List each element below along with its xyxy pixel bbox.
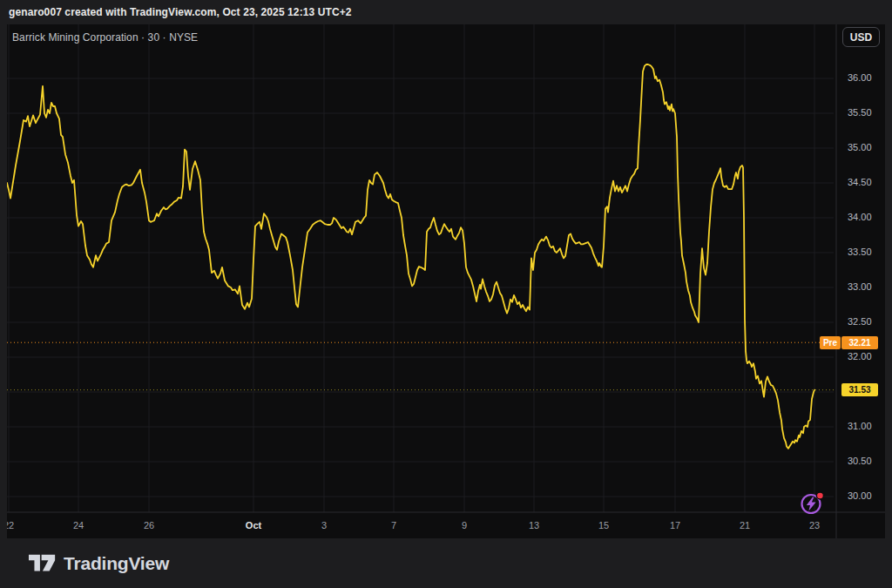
notification-dot <box>816 492 823 499</box>
price-axis[interactable]: 36.0035.5035.0034.5034.0033.5033.0032.50… <box>841 24 885 512</box>
symbol-title: Barrick Mining Corporation · 30 · NYSE <box>12 31 198 44</box>
currency-button[interactable]: USD <box>842 27 880 47</box>
time-tick-label: 24 <box>73 520 84 531</box>
brand-name: TradingView <box>64 553 169 574</box>
time-tick-label: 3 <box>321 520 327 531</box>
time-tick-label: 7 <box>391 520 396 531</box>
time-tick-label: 15 <box>598 520 609 531</box>
time-tick-label: 26 <box>144 520 154 531</box>
time-tick-label: 9 <box>462 520 467 531</box>
price-tick-label: 36.00 <box>848 72 872 83</box>
attribution-text: genaro007 created with TradingView.com, … <box>0 6 352 18</box>
price-tick-label: 33.50 <box>848 247 872 257</box>
time-tick-label: 13 <box>529 520 539 531</box>
price-tick-label: 31.00 <box>848 421 872 431</box>
attribution-bar: genaro007 created with TradingView.com, … <box>0 0 892 24</box>
price-chart <box>7 24 885 538</box>
time-tick-label: 23 <box>809 520 820 531</box>
pre-market-badge: Pre <box>820 336 841 349</box>
price-tick-label: 34.50 <box>848 177 872 187</box>
time-tick-label: Oct <box>246 520 261 531</box>
last-price-badge: 31.53 <box>841 383 878 396</box>
price-tick-label: 35.50 <box>848 107 872 118</box>
time-tick-label: 22 <box>7 520 14 531</box>
pre-market-price-badge: 32.21 <box>841 336 878 349</box>
footer-bar: TradingView <box>0 538 892 588</box>
price-tick-label: 30.00 <box>848 490 872 501</box>
tradingview-mark-icon <box>29 553 56 574</box>
time-axis[interactable]: 222426Oct3791315172123 <box>7 512 885 538</box>
tradingview-logo[interactable]: TradingView <box>29 553 169 574</box>
price-tick-label: 34.00 <box>848 212 872 222</box>
chart-legend[interactable]: Barrick Mining Corporation · 30 · NYSE <box>12 30 198 45</box>
price-tick-label: 32.00 <box>848 351 872 362</box>
price-tick-label: 33.00 <box>848 281 872 292</box>
time-tick-label: 17 <box>670 520 680 531</box>
lightning-bolt-icon <box>807 497 816 511</box>
price-tick-label: 32.50 <box>848 316 872 327</box>
price-tick-label: 35.00 <box>848 142 872 152</box>
price-tick-label: 30.50 <box>848 456 872 466</box>
flash-boost-icon[interactable] <box>797 490 827 519</box>
chart-panel: Barrick Mining Corporation · 30 · NYSE U… <box>7 24 885 538</box>
time-tick-label: 21 <box>740 520 750 531</box>
